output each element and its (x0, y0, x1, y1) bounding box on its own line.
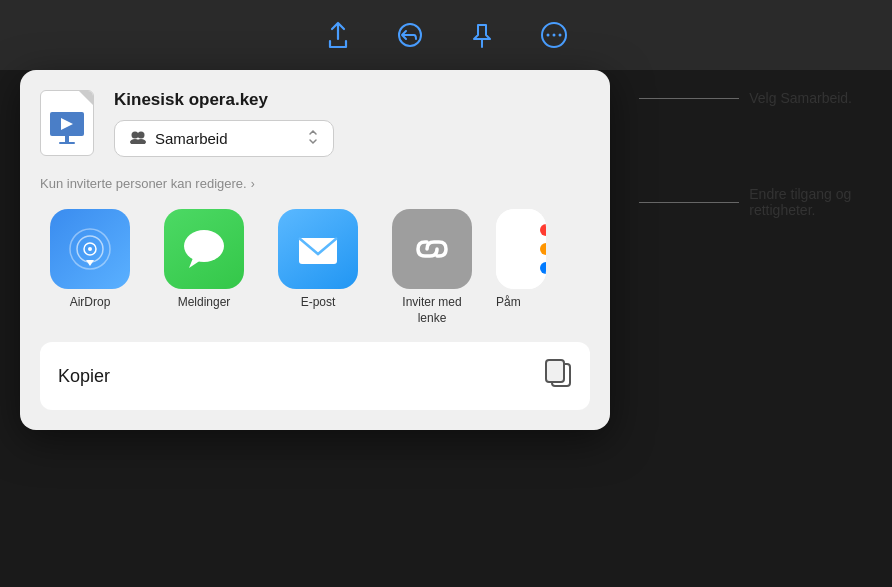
reply-button[interactable] (392, 17, 428, 53)
copy-label: Kopier (58, 366, 110, 387)
svg-rect-8 (65, 136, 69, 142)
permissions-row[interactable]: Kun inviterte personer kan redigere. › (40, 176, 590, 191)
permissions-text: Kun inviterte personer kan redigere. (40, 176, 247, 191)
reminder-dot-orange (540, 243, 546, 255)
invite-link-label: Inviter med lenke (402, 295, 461, 326)
collaboration-icon (129, 130, 147, 148)
svg-rect-23 (546, 360, 564, 382)
dropdown-chevron-icon (307, 129, 319, 148)
svg-point-3 (547, 34, 550, 37)
meldinger-label: Meldinger (178, 295, 231, 311)
callout-line-2 (639, 202, 739, 203)
copy-icon (544, 358, 572, 394)
svg-point-5 (559, 34, 562, 37)
share-button[interactable] (320, 17, 356, 53)
more-button[interactable] (536, 17, 572, 53)
copy-button[interactable]: Kopier (40, 342, 590, 410)
airdrop-app-item[interactable]: AirDrop (40, 209, 140, 326)
invite-link-app-item[interactable]: Inviter med lenke (382, 209, 482, 326)
pin-button[interactable] (464, 17, 500, 53)
svg-rect-9 (59, 142, 75, 144)
svg-point-4 (553, 34, 556, 37)
callout-line-1 (639, 98, 739, 99)
top-toolbar (0, 0, 892, 70)
callout-endre-tilgang: Endre tilgang og rettigheter. (639, 186, 852, 218)
svg-point-17 (88, 247, 92, 251)
paminnelser-label: Påm (496, 295, 521, 311)
callout-samarbeid-text: Velg Samarbeid. (749, 90, 852, 106)
permissions-chevron-icon: › (251, 177, 255, 191)
epost-app-item[interactable]: E-post (268, 209, 368, 326)
reminder-dot-blue (540, 262, 546, 274)
email-icon (278, 209, 358, 289)
meldinger-app-item[interactable]: Meldinger (154, 209, 254, 326)
collaboration-dropdown[interactable]: Samarbeid (114, 120, 334, 157)
svg-point-10 (132, 131, 139, 138)
svg-point-19 (184, 230, 224, 262)
share-panel: Kinesisk opera.key Samarbeid (20, 70, 610, 430)
callout-samarbeid: Velg Samarbeid. (639, 90, 852, 106)
callout-area: Velg Samarbeid. Endre tilgang og rettigh… (639, 90, 852, 218)
apps-grid: AirDrop Meldinger E-post (40, 209, 590, 326)
reminder-dot-red (540, 224, 546, 236)
file-icon (40, 90, 100, 162)
svg-point-11 (138, 131, 145, 138)
messages-icon (164, 209, 244, 289)
invite-icon (392, 209, 472, 289)
paminnelser-app-item[interactable]: Påm (496, 209, 546, 326)
file-details: Kinesisk opera.key Samarbeid (114, 90, 590, 157)
file-title: Kinesisk opera.key (114, 90, 590, 110)
file-info: Kinesisk opera.key Samarbeid (40, 90, 590, 162)
airdrop-icon (50, 209, 130, 289)
panel-pointer (286, 70, 310, 82)
callout-endre-text: Endre tilgang og rettigheter. (749, 186, 851, 218)
svg-marker-18 (86, 260, 94, 266)
epost-label: E-post (301, 295, 336, 311)
airdrop-label: AirDrop (70, 295, 111, 311)
collaboration-label: Samarbeid (155, 130, 228, 147)
